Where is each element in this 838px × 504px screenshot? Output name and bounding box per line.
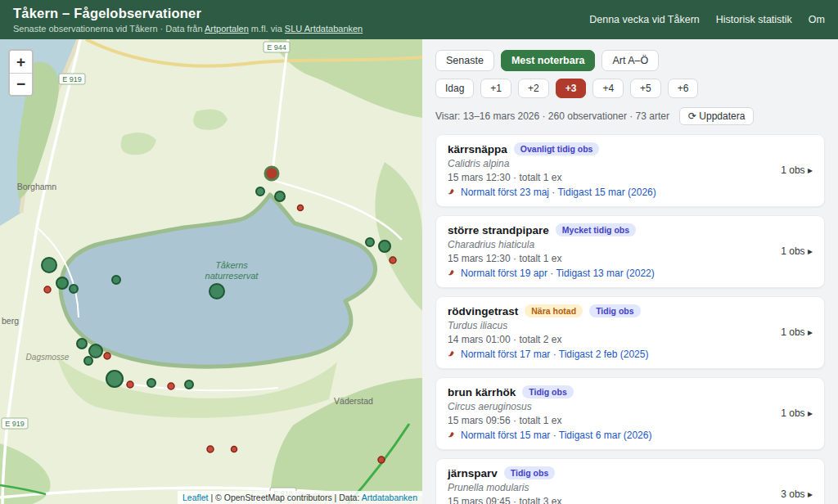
map-marker-green[interactable]	[70, 285, 78, 293]
map-marker-red[interactable]	[104, 353, 110, 359]
top-nav: Denna vecka vid Tåkern Historisk statist…	[589, 14, 825, 25]
phenology-line: Normalt först 19 apr · Tidigast 13 mar (…	[448, 268, 655, 279]
expand-arrow-icon: ▸	[808, 326, 813, 338]
species-latin: Charadrius hiaticula	[448, 239, 655, 250]
update-button[interactable]: ⟳ Uppdatera	[679, 107, 754, 125]
attribution-data-label: Data:	[339, 493, 359, 502]
map-marker-green[interactable]	[42, 258, 56, 272]
phenology-text: Normalt först 15 mar · Tidigast 6 mar (2…	[461, 430, 651, 441]
map-attribution: Leaflet | © OpenStreetMap contributors |…	[178, 491, 422, 504]
leaflet-link[interactable]: Leaflet	[182, 493, 209, 502]
card-body: brun kärrhök Tidig obs Circus aeruginosu…	[448, 385, 651, 441]
species-name: brun kärrhök	[448, 386, 516, 398]
observation-card[interactable]: kärrsnäppa Ovanligt tidig obs Calidris a…	[435, 134, 825, 207]
map-marker-red[interactable]	[232, 447, 237, 452]
tab-mest-noterbara[interactable]: Mest noterbara	[501, 50, 596, 71]
phenology-text: Normalt först 17 mar · Tidigast 2 feb (2…	[461, 349, 648, 360]
map-marker-green[interactable]	[379, 241, 390, 252]
species-latin: Prunella modularis	[448, 482, 651, 493]
card-body: större strandpipare Mycket tidig obs Cha…	[448, 223, 655, 279]
bird-icon	[448, 350, 457, 359]
osm-attribution: © OpenStreetMap contributors	[215, 493, 332, 502]
day-plus1[interactable]: +1	[480, 79, 511, 98]
attribution-sep-1: |	[210, 493, 213, 502]
zoom-out-button[interactable]: −	[10, 73, 32, 95]
page-subtitle: Senaste observationerna vid Tåkern · Dat…	[13, 24, 363, 34]
map-marker-green[interactable]	[147, 379, 155, 387]
zoom-in-button[interactable]: +	[10, 51, 32, 73]
expand-arrow-icon: ▸	[808, 245, 813, 257]
observation-meta: 14 mars 01:00 · totalt 2 ex	[448, 334, 648, 345]
day-plus4[interactable]: +4	[592, 79, 624, 98]
map-marker-green[interactable]	[106, 371, 123, 387]
phenology-text: Normalt först 23 maj · Tidigast 15 mar (…	[461, 187, 656, 198]
bird-icon	[448, 188, 457, 197]
map-marker-green[interactable]	[84, 357, 92, 365]
obs-count: 1 obs ▸	[781, 326, 813, 338]
day-idag[interactable]: Idag	[435, 79, 474, 98]
map-marker-red[interactable]	[390, 257, 396, 263]
observation-meta: 15 mars 12:30 · totalt 1 ex	[448, 172, 656, 183]
expand-arrow-icon: ▸	[808, 488, 813, 500]
map-marker-red[interactable]	[168, 383, 174, 389]
species-name: större strandpipare	[448, 224, 549, 236]
card-body: järnsparv Tidig obs Prunella modularis 1…	[448, 466, 651, 504]
nav-om[interactable]: Om	[809, 14, 825, 25]
species-name: rödvingetrast	[448, 305, 518, 317]
map-marker-green[interactable]	[275, 191, 285, 201]
map-marker-green[interactable]	[256, 187, 264, 196]
slu-artdatabanken-link[interactable]: SLU Artdatabanken	[285, 24, 363, 34]
observation-card[interactable]: brun kärrhök Tidig obs Circus aeruginosu…	[435, 377, 825, 450]
observations-panel: Senaste Mest noterbara Art A–Ö Idag +1 +…	[422, 39, 838, 504]
phenology-line: Normalt först 17 mar · Tidigast 2 feb (2…	[448, 349, 648, 360]
phenology-line: Normalt först 23 maj · Tidigast 15 mar (…	[448, 187, 656, 198]
observation-card[interactable]: järnsparv Tidig obs Prunella modularis 1…	[435, 458, 825, 504]
leaflet-map[interactable]: E 944 E 919 E 919 E 918 Borghamn berg Da…	[0, 39, 422, 504]
subtitle-text: Senaste observationerna vid Tåkern · Dat…	[13, 24, 205, 34]
tab-senaste[interactable]: Senaste	[435, 50, 494, 71]
map-marker-red[interactable]	[207, 446, 214, 452]
map-marker-green[interactable]	[210, 284, 224, 299]
map-marker-red[interactable]	[127, 381, 133, 388]
map-marker-green[interactable]	[56, 277, 68, 289]
day-plus3[interactable]: +3	[556, 79, 587, 98]
observation-card[interactable]: större strandpipare Mycket tidig obs Cha…	[435, 215, 825, 288]
observation-meta: 15 mars 09:45 · totalt 3 ex	[448, 496, 651, 504]
update-label: Uppdatera	[699, 110, 745, 122]
species-name: järnsparv	[448, 467, 498, 479]
map-marker-green[interactable]	[89, 344, 102, 358]
card-body: rödvingetrast Nära hotad Tidig obs Turdu…	[448, 304, 648, 360]
svg-text:E 944: E 944	[267, 43, 286, 52]
label-reserve-line2: naturreservat	[205, 271, 259, 281]
label-vaderstad: Väderstad	[334, 396, 373, 406]
phenology-text: Normalt först 19 apr · Tidigast 13 mar (…	[461, 268, 655, 279]
day-plus6[interactable]: +6	[668, 79, 699, 98]
map-marker-notable[interactable]	[265, 167, 278, 180]
artdatabanken-link[interactable]: Artdatabanken	[362, 493, 417, 502]
map-marker-red[interactable]	[298, 205, 304, 211]
map-marker-red[interactable]	[44, 286, 51, 293]
map-marker-green[interactable]	[112, 276, 120, 284]
day-plus5[interactable]: +5	[630, 79, 661, 98]
app-root: Tåkern – Fågelobservationer Senaste obse…	[0, 0, 838, 504]
map-marker-green[interactable]	[77, 339, 87, 349]
status-text: Visar: 13–16 mars 2026 · 260 observation…	[435, 110, 669, 122]
tab-art-a-o[interactable]: Art A–Ö	[601, 50, 659, 71]
day-filter: Idag +1 +2 +3 +4 +5 +6	[435, 79, 825, 98]
map-marker-green[interactable]	[366, 238, 374, 246]
page-title: Tåkern – Fågelobservationer	[13, 6, 363, 21]
expand-arrow-icon: ▸	[808, 407, 813, 419]
svg-text:E 919: E 919	[5, 420, 25, 428]
redlist-badge: Nära hotad	[525, 304, 583, 317]
map-marker-red[interactable]	[378, 457, 385, 463]
nav-denna-vecka[interactable]: Denna vecka vid Tåkern	[589, 14, 700, 25]
header-titles: Tåkern – Fågelobservationer Senaste obse…	[13, 6, 363, 34]
map-marker-green[interactable]	[185, 380, 193, 389]
attribution-sep-2: |	[335, 493, 337, 502]
day-plus2[interactable]: +2	[518, 79, 549, 98]
artportalen-link[interactable]: Artportalen	[205, 24, 249, 34]
bird-icon	[448, 269, 457, 278]
nav-historisk-statistik[interactable]: Historisk statistik	[716, 14, 792, 25]
observation-card[interactable]: rödvingetrast Nära hotad Tidig obs Turdu…	[435, 296, 825, 369]
card-body: kärrsnäppa Ovanligt tidig obs Calidris a…	[448, 142, 656, 198]
